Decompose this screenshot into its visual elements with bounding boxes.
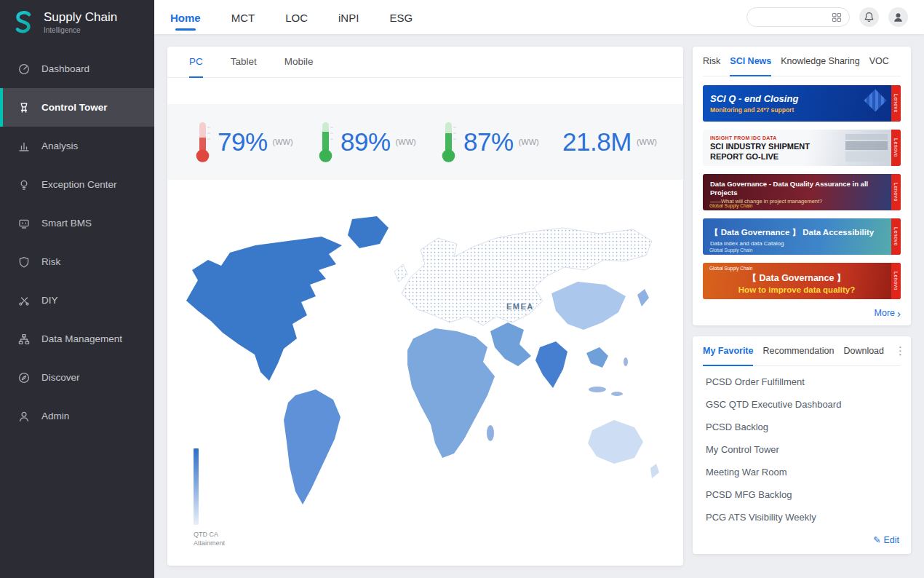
tab-voc[interactable]: VOC — [869, 47, 889, 76]
favorite-item[interactable]: PCSD MFG Backlog — [704, 483, 899, 506]
map-region-southeast-asia[interactable] — [586, 347, 608, 368]
tab-download[interactable]: Download — [843, 337, 884, 366]
search-box[interactable] — [746, 7, 850, 27]
favorite-item[interactable]: PCG ATS Visibility Weekly — [704, 506, 899, 528]
map-region-india[interactable] — [535, 341, 567, 388]
map-region-north-america[interactable] — [186, 237, 342, 381]
scissors-icon — [17, 294, 31, 307]
dashboard-card: PC Tablet Mobile 79% (WW) — [167, 47, 683, 566]
map-region-new-zealand[interactable] — [650, 464, 659, 478]
sidebar-item-label: Exception Center — [41, 179, 117, 190]
map-region-philippines[interactable] — [624, 357, 628, 366]
map-region-south-america[interactable] — [284, 389, 340, 504]
banner-subtitle: Monitoring and 24*7 support — [710, 106, 883, 114]
tab-tablet[interactable]: Tablet — [231, 47, 257, 78]
map-region-middle-east[interactable] — [490, 322, 531, 366]
favorite-item[interactable]: GSC QTD Executive Dashboard — [704, 393, 899, 416]
map-region-greenland[interactable] — [348, 216, 389, 248]
sidebar-item-dashboard[interactable]: Dashboard — [0, 50, 154, 88]
sidebar-item-label: Dashboard — [41, 63, 89, 74]
map-region-china[interactable] — [551, 282, 626, 330]
edit-pencil-icon: ✎ — [873, 534, 880, 545]
chevron-right-icon: › — [897, 308, 901, 319]
nav-tab-home[interactable]: Home — [170, 1, 201, 33]
kpi-band: 79% (WW) 89% (WW) — [167, 104, 683, 180]
sidebar-item-label: Analysis — [41, 140, 78, 151]
sidebar-item-data-management[interactable]: Data Management — [0, 320, 154, 358]
search-input[interactable] — [754, 12, 831, 23]
map-region-indonesia[interactable] — [589, 387, 606, 392]
lenovo-logo: Lenovo — [891, 130, 901, 166]
monitor-icon — [17, 217, 31, 230]
sidebar-item-risk[interactable]: Risk — [0, 242, 154, 281]
map-region-africa[interactable] — [407, 328, 495, 458]
kpi-item: 21.8M (WW) — [562, 127, 657, 157]
person-icon — [17, 410, 31, 423]
more-options-icon[interactable]: ⋮ — [893, 344, 907, 357]
control-tower-icon — [17, 101, 31, 114]
map-region-uk[interactable] — [394, 264, 407, 282]
map-region-label: EMEA — [506, 302, 534, 311]
sidebar-item-label: Discover — [41, 372, 80, 383]
tab-mobile[interactable]: Mobile — [284, 47, 314, 78]
more-link[interactable]: More › — [703, 301, 901, 325]
tab-my-favorite[interactable]: My Favorite — [703, 337, 753, 366]
tab-pc[interactable]: PC — [189, 47, 203, 78]
sidebar-item-diy[interactable]: DIY — [0, 281, 154, 320]
avatar-icon — [892, 11, 904, 23]
tab-sci-news[interactable]: SCI News — [730, 47, 771, 76]
favorite-item[interactable]: My Control Tower — [704, 438, 899, 461]
more-label: More — [875, 308, 895, 318]
device-tabs: PC Tablet Mobile — [167, 47, 683, 78]
map-region-indonesia[interactable] — [611, 392, 623, 396]
news-panel: Risk SCI News Knowledge Sharing VOC SCI … — [693, 47, 911, 325]
news-banner[interactable]: Global Supply Chain 【 Data Governance 】 … — [703, 263, 901, 299]
banner-title: Data Governance - Data Quality Assurance… — [710, 180, 883, 197]
notifications-button[interactable] — [859, 7, 879, 27]
thermometer-green-icon — [316, 120, 335, 164]
sidebar-item-admin[interactable]: Admin — [0, 397, 154, 435]
map-region-madagascar[interactable] — [487, 425, 494, 441]
tab-recommendation[interactable]: Recommendation — [762, 337, 834, 366]
top-nav-tabs: Home MCT LOC iNPI ESG — [170, 1, 413, 33]
nav-tab-loc[interactable]: LOC — [285, 1, 308, 33]
sidebar: Supply Chain Intelligence Dashboard Cont… — [0, 0, 154, 578]
sidebar-item-exception-center[interactable]: Exception Center — [0, 165, 154, 204]
sidebar-item-discover[interactable]: Discover — [0, 358, 154, 397]
favorite-item[interactable]: Meeting War Room — [704, 461, 899, 483]
kpi-scope: (WW) — [519, 138, 539, 146]
sidebar-item-analysis[interactable]: Analysis — [0, 127, 154, 165]
banner-kicker: Global Supply Chain — [709, 266, 752, 271]
apps-grid-icon[interactable] — [831, 12, 843, 23]
sitemap-icon — [17, 333, 31, 346]
tab-knowledge-sharing[interactable]: Knowledge Sharing — [781, 47, 859, 76]
tab-risk[interactable]: Risk — [703, 47, 720, 76]
sidebar-item-control-tower[interactable]: Control Tower — [0, 88, 154, 127]
map-region-japan[interactable] — [637, 289, 649, 306]
edit-link[interactable]: ✎ Edit — [703, 528, 901, 554]
banner-title: SCI INDUSTRY SHIPMENT — [710, 142, 883, 151]
world-map[interactable]: EMEA — [179, 207, 659, 513]
news-banner[interactable]: SCI Q - end Closing Monitoring and 24*7 … — [703, 85, 901, 122]
kpi-scope: (WW) — [396, 138, 416, 146]
bar-chart-icon — [17, 140, 31, 153]
news-banner[interactable]: INSIGHT FROM IDC DATA SCI INDUSTRY SHIPM… — [703, 130, 901, 166]
kpi-value: 87% — [463, 127, 514, 157]
gauge-icon — [17, 63, 31, 76]
news-banner[interactable]: Data Governance - Data Quality Assurance… — [703, 174, 901, 210]
nav-tab-inpi[interactable]: iNPI — [338, 1, 359, 33]
nav-tab-mct[interactable]: MCT — [231, 1, 255, 33]
bell-icon — [863, 11, 875, 23]
edit-label: Edit — [883, 535, 899, 545]
shield-icon — [17, 256, 31, 269]
map-region-australia[interactable] — [588, 420, 643, 464]
favorite-item[interactable]: PCSD Backlog — [704, 416, 899, 438]
user-menu-button[interactable] — [888, 7, 908, 27]
banner-kicker: INSIGHT FROM IDC DATA — [710, 135, 883, 140]
nav-tab-esg[interactable]: ESG — [389, 1, 413, 33]
news-banner[interactable]: 【 Data Governance 】 Data Accessibility D… — [703, 218, 901, 255]
sidebar-item-smart-bms[interactable]: Smart BMS — [0, 204, 154, 242]
content-area: PC Tablet Mobile 79% (WW) — [154, 34, 924, 578]
kpi-scope: (WW) — [637, 138, 657, 146]
favorite-item[interactable]: PCSD Order Fulfillment — [704, 371, 899, 393]
